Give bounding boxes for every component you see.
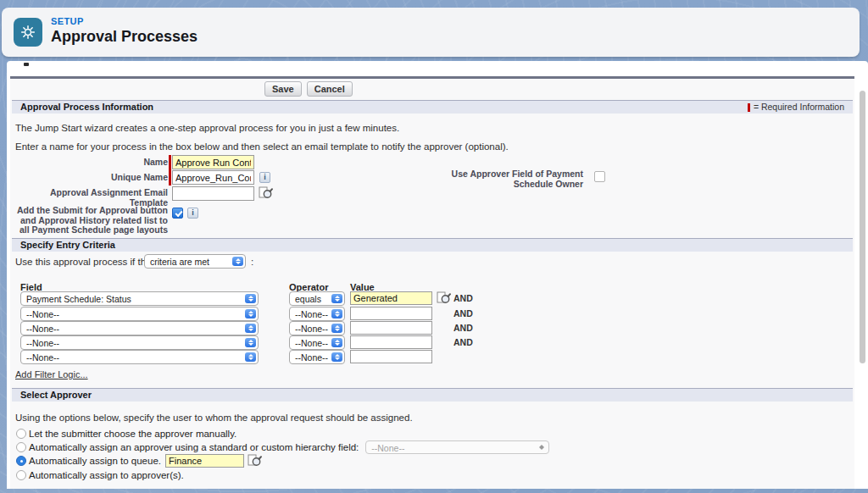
queue-input[interactable] bbox=[165, 454, 244, 468]
radio-hierarchy[interactable] bbox=[16, 442, 26, 452]
operator-select[interactable]: equals bbox=[289, 291, 345, 306]
criteria-row: --None-- --None-- AND bbox=[20, 335, 495, 350]
field-select[interactable]: Payment Schedule: Status bbox=[20, 291, 259, 306]
select-stepper-icon bbox=[331, 324, 342, 333]
operator-select[interactable]: --None-- bbox=[289, 307, 345, 321]
criteria-row: Payment Schedule: Status equals AND bbox=[20, 291, 495, 306]
approver-intro: Using the options below, specify the use… bbox=[15, 413, 413, 423]
setup-gear-icon bbox=[14, 18, 42, 47]
add-submit-info-icon[interactable]: i bbox=[187, 208, 198, 219]
add-submit-label: Add the Submit for Approval button and A… bbox=[15, 206, 168, 235]
setup-header: SETUP Approval Processes bbox=[2, 8, 860, 57]
select-stepper-icon bbox=[245, 352, 256, 362]
section-title: Select Approver bbox=[20, 390, 92, 400]
section-title: Approval Process Information bbox=[20, 102, 153, 112]
content-panel: Save Cancel Approval Process Information… bbox=[7, 61, 868, 489]
value-input[interactable] bbox=[350, 335, 432, 349]
approver-option-hierarchy: Automatically assign an approver using a… bbox=[16, 440, 549, 454]
approver-option-manual: Let the submitter choose the approver ma… bbox=[16, 427, 236, 440]
email-template-lookup-icon[interactable] bbox=[259, 186, 273, 200]
and-label: AND bbox=[453, 337, 473, 347]
scrollbar-thumb[interactable] bbox=[860, 91, 865, 363]
value-input[interactable] bbox=[350, 321, 432, 335]
queue-lookup-icon[interactable] bbox=[248, 454, 262, 468]
radio-queue[interactable] bbox=[16, 456, 26, 466]
select-stepper-icon bbox=[536, 443, 547, 451]
criteria-row: --None-- --None-- bbox=[20, 350, 495, 364]
select-stepper-icon bbox=[245, 294, 256, 303]
cancel-button[interactable]: Cancel bbox=[307, 81, 353, 97]
setup-eyebrow[interactable]: SETUP bbox=[51, 16, 84, 26]
value-input[interactable] bbox=[350, 291, 432, 305]
unique-name-info-icon[interactable]: i bbox=[259, 172, 270, 183]
unique-name-required-bar bbox=[169, 170, 171, 186]
unique-name-label: Unique Name bbox=[15, 173, 168, 183]
criteria-colon: : bbox=[251, 257, 253, 267]
select-stepper-icon bbox=[331, 338, 342, 347]
page-title: Approval Processes bbox=[51, 28, 198, 46]
criteria-mode-select[interactable]: criteria are met bbox=[144, 254, 246, 269]
field-select[interactable]: --None-- bbox=[20, 307, 259, 321]
and-label: AND bbox=[453, 308, 473, 319]
select-stepper-icon bbox=[232, 257, 243, 266]
gear-icon bbox=[19, 24, 36, 41]
select-stepper-icon bbox=[245, 309, 256, 319]
value-input[interactable] bbox=[350, 350, 432, 363]
select-stepper-icon bbox=[331, 309, 342, 319]
section-header-approval-process-information: Approval Process Information = Required … bbox=[12, 100, 853, 114]
use-approver-field-checkbox[interactable] bbox=[594, 171, 605, 182]
hierarchy-field-select: --None-- bbox=[365, 440, 549, 454]
value-lookup-icon[interactable] bbox=[437, 291, 451, 305]
value-input[interactable] bbox=[350, 307, 432, 320]
operator-select[interactable]: --None-- bbox=[289, 350, 345, 364]
add-filter-logic-link[interactable]: Add Filter Logic... bbox=[15, 369, 88, 379]
section-title: Specify Entry Criteria bbox=[20, 240, 115, 250]
select-stepper-icon bbox=[331, 352, 342, 362]
select-stepper-icon bbox=[245, 324, 256, 333]
select-stepper-icon bbox=[245, 338, 256, 347]
unique-name-input[interactable] bbox=[172, 170, 254, 185]
field-select[interactable]: --None-- bbox=[20, 335, 259, 350]
field-select[interactable]: --None-- bbox=[20, 321, 259, 335]
jumpstart-description: The Jump Start wizard creates a one-step… bbox=[15, 123, 399, 133]
section-header-specify-entry-criteria: Specify Entry Criteria bbox=[12, 238, 853, 252]
operator-select[interactable]: --None-- bbox=[289, 321, 345, 335]
approver-option-queue: Automatically assign to queue. bbox=[16, 454, 262, 468]
select-stepper-icon bbox=[331, 294, 342, 303]
section-header-select-approver: Select Approver bbox=[12, 388, 853, 402]
criteria-row: --None-- --None-- AND bbox=[20, 321, 495, 335]
field-select[interactable]: --None-- bbox=[20, 350, 259, 364]
and-label: AND bbox=[453, 293, 473, 303]
approver-option-approvers: Automatically assign to approver(s). bbox=[16, 468, 184, 482]
name-instructions: Enter a name for your process in the box… bbox=[15, 141, 509, 152]
name-required-bar bbox=[169, 155, 171, 170]
criteria-row: --None-- --None-- AND bbox=[20, 307, 495, 321]
operator-select[interactable]: --None-- bbox=[289, 335, 345, 350]
and-label: AND bbox=[453, 323, 473, 333]
required-information-legend: = Required Information bbox=[748, 101, 844, 114]
radio-manual[interactable] bbox=[16, 429, 26, 439]
add-submit-checkbox[interactable] bbox=[172, 208, 183, 219]
radio-approvers[interactable] bbox=[16, 470, 26, 480]
email-template-input[interactable] bbox=[172, 186, 254, 201]
criteria-table: Payment Schedule: Status equals AND --No… bbox=[20, 291, 529, 368]
toolbar: Save Cancel bbox=[264, 81, 353, 97]
name-input[interactable] bbox=[172, 155, 254, 169]
clipped-text-fragment bbox=[24, 63, 29, 66]
use-approver-field-label: Use Approver Field of Payment Schedule O… bbox=[424, 169, 583, 189]
save-button[interactable]: Save bbox=[264, 81, 302, 97]
required-bar-icon bbox=[748, 103, 750, 112]
name-label: Name bbox=[15, 158, 168, 168]
